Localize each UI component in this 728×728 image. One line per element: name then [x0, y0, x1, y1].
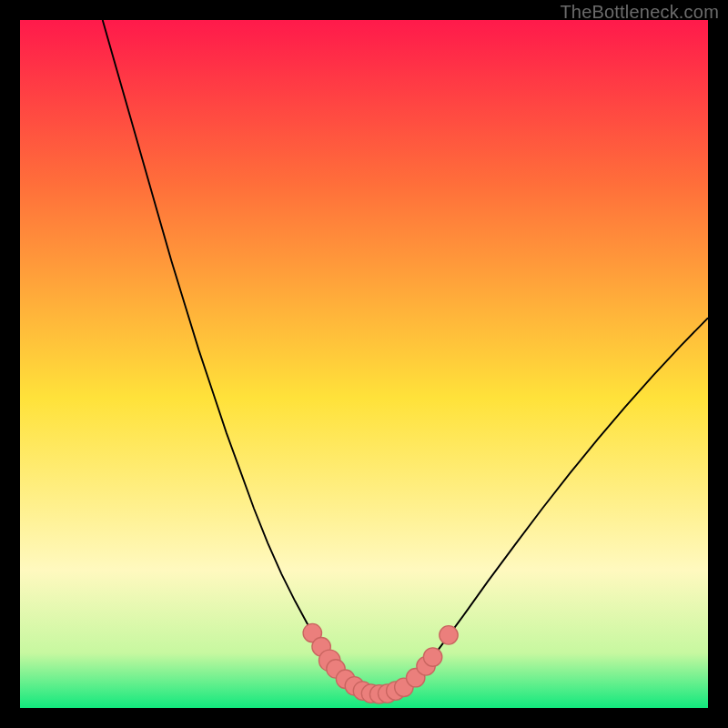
chart-frame: TheBottleneck.com — [0, 0, 728, 728]
watermark-text: TheBottleneck.com — [560, 2, 719, 23]
curve-marker — [423, 648, 441, 666]
curve-marker — [440, 626, 458, 644]
chart-plot-area — [20, 20, 708, 708]
chart-background-gradient — [20, 20, 708, 708]
bottleneck-chart — [20, 20, 708, 708]
